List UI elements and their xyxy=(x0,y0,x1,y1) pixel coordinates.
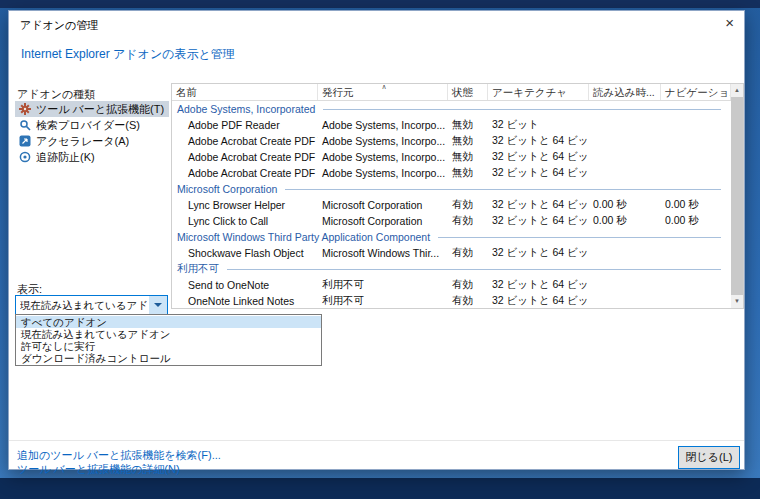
window-subtitle: Internet Explorer アドオンの表示と管理 xyxy=(21,46,235,63)
scroll-down-icon[interactable]: ▼ xyxy=(731,295,743,308)
load-time-cell: 0.00 秒 xyxy=(589,198,661,212)
group-name: Microsoft Corporation xyxy=(177,183,277,195)
dropdown-option[interactable]: 現在読み込まれているアドオン xyxy=(16,328,321,340)
group-header-row: 利用不可 xyxy=(172,261,731,277)
publisher-cell: Microsoft Corporation xyxy=(318,199,448,211)
sidebar-item[interactable]: 追跡防止(K) xyxy=(15,149,169,165)
publisher-cell: Microsoft Corporation xyxy=(318,215,448,227)
column-header[interactable]: ナビゲーショ... xyxy=(661,84,731,100)
architecture-cell: 32 ビット xyxy=(488,118,589,132)
publisher-cell: 利用不可 xyxy=(318,278,448,292)
addon-row[interactable]: Adobe Acrobat Create PDF Tool...Adobe Sy… xyxy=(172,133,731,149)
column-header[interactable]: 状態 xyxy=(448,84,488,100)
architecture-cell: 32 ビットと 64 ビット xyxy=(488,150,589,164)
architecture-cell: 32 ビットと 64 ビット xyxy=(488,134,589,148)
tracking-protection-icon xyxy=(19,151,31,163)
sidebar-item-label: アクセラレータ(A) xyxy=(36,134,129,149)
learn-more-link[interactable]: ツール バーと拡張機能の詳細(N) xyxy=(17,462,180,477)
column-header[interactable]: 読み込み時... xyxy=(589,84,661,100)
status-cell: 無効 xyxy=(448,118,488,132)
architecture-cell: 32 ビットと 64 ビット xyxy=(488,214,589,228)
desktop-top-strip xyxy=(0,0,760,8)
sort-ascending-icon: ∧ xyxy=(377,83,391,91)
publisher-cell: Adobe Systems, Incorpo... xyxy=(318,119,448,131)
group-header-row: Adobe Systems, Incorporated xyxy=(172,101,731,117)
addon-name-cell: Lync Browser Helper xyxy=(172,199,318,211)
addon-row[interactable]: OneNote Linked Notes利用不可有効32 ビットと 64 ビット xyxy=(172,293,731,309)
group-header-row: Microsoft Corporation xyxy=(172,181,731,197)
addon-row[interactable]: Adobe Acrobat Create PDF Hel...Adobe Sys… xyxy=(172,149,731,165)
chevron-down-icon[interactable] xyxy=(149,296,167,314)
addon-name-cell: OneNote Linked Notes xyxy=(172,295,318,307)
architecture-cell: 32 ビットと 64 ビット xyxy=(488,278,589,292)
accelerator-icon xyxy=(19,135,31,147)
addon-types-heading: アドオンの種類 xyxy=(17,87,95,102)
search-icon xyxy=(19,119,31,131)
publisher-cell: Microsoft Windows Thir... xyxy=(318,247,448,259)
show-filter-dropdown[interactable]: 現在読み込まれているアドオン xyxy=(15,295,168,315)
column-header[interactable]: アーキテクチャ xyxy=(488,84,589,100)
addon-name-cell: Adobe Acrobat Create PDF Tool... xyxy=(172,135,318,147)
manage-addons-window: アドオンの管理 × Internet Explorer アドオンの表示と管理 ア… xyxy=(8,10,745,470)
group-divider xyxy=(323,109,721,110)
addon-name-cell: Send to OneNote xyxy=(172,279,318,291)
architecture-cell: 32 ビットと 64 ビット xyxy=(488,198,589,212)
dropdown-option[interactable]: すべてのアドオン xyxy=(16,316,321,328)
addons-table: 名前発行元状態アーキテクチャ読み込み時...ナビゲーショ... ∧ Adobe … xyxy=(171,83,744,309)
group-divider xyxy=(285,189,721,190)
addon-row[interactable]: Lync Browser HelperMicrosoft Corporation… xyxy=(172,197,731,213)
status-cell: 有効 xyxy=(448,214,488,228)
sidebar-item[interactable]: ツール バーと拡張機能(T) xyxy=(15,101,169,117)
group-header-row: Microsoft Windows Third Party Applicatio… xyxy=(172,229,731,245)
publisher-cell: 利用不可 xyxy=(318,294,448,308)
sidebar-item-label: ツール バーと拡張機能(T) xyxy=(36,102,164,117)
desktop-bottom-strip xyxy=(0,478,760,499)
show-filter-value: 現在読み込まれているアドオン xyxy=(20,299,147,313)
architecture-cell: 32 ビットと 64 ビット xyxy=(488,166,589,180)
publisher-cell: Adobe Systems, Incorpo... xyxy=(318,135,448,147)
architecture-cell: 32 ビットと 64 ビット xyxy=(488,294,589,308)
group-name: 利用不可 xyxy=(177,262,219,276)
vertical-scrollbar[interactable]: ▲ ▼ xyxy=(731,84,743,308)
publisher-cell: Adobe Systems, Incorpo... xyxy=(318,167,448,179)
title-bar[interactable]: アドオンの管理 × xyxy=(9,11,744,37)
window-close-icon[interactable]: × xyxy=(725,15,734,31)
dropdown-option[interactable]: 許可なしに実行 xyxy=(16,340,321,352)
scroll-up-icon[interactable]: ▲ xyxy=(731,84,743,97)
sidebar-item-label: 検索プロバイダー(S) xyxy=(36,118,140,133)
table-header: 名前発行元状態アーキテクチャ読み込み時...ナビゲーショ... xyxy=(172,84,731,101)
status-cell: 有効 xyxy=(448,198,488,212)
addon-name-cell: Adobe Acrobat Create PDF Hel... xyxy=(172,151,318,163)
column-header[interactable]: 名前 xyxy=(172,84,318,100)
group-divider xyxy=(438,237,721,238)
load-time-cell: 0.00 秒 xyxy=(589,214,661,228)
addon-name-cell: Lync Click to Call xyxy=(172,215,318,227)
find-more-addons-link[interactable]: 追加のツール バーと拡張機能を検索(F)... xyxy=(17,448,221,463)
scrollbar-thumb[interactable] xyxy=(731,97,743,295)
addon-row[interactable]: Lync Click to CallMicrosoft Corporation有… xyxy=(172,213,731,229)
sidebar-item-label: 追跡防止(K) xyxy=(36,150,95,165)
group-name: Adobe Systems, Incorporated xyxy=(177,103,315,115)
footer-divider xyxy=(9,440,744,441)
sidebar-item[interactable]: アクセラレータ(A) xyxy=(15,133,169,149)
table-body: Adobe Systems, IncorporatedAdobe PDF Rea… xyxy=(172,101,731,309)
addon-row[interactable]: Shockwave Flash ObjectMicrosoft Windows … xyxy=(172,245,731,261)
addon-name-cell: Shockwave Flash Object xyxy=(172,247,318,259)
group-name: Microsoft Windows Third Party Applicatio… xyxy=(177,231,430,243)
sidebar-item[interactable]: 検索プロバイダー(S) xyxy=(15,117,169,133)
addon-row[interactable]: Adobe PDF ReaderAdobe Systems, Incorpo..… xyxy=(172,117,731,133)
status-cell: 無効 xyxy=(448,166,488,180)
show-filter-options: すべてのアドオン現在読み込まれているアドオン許可なしに実行ダウンロード済みコント… xyxy=(15,314,322,366)
addon-row[interactable]: Send to OneNote利用不可有効32 ビットと 64 ビット xyxy=(172,277,731,293)
status-cell: 有効 xyxy=(448,246,488,260)
group-divider xyxy=(227,269,721,270)
close-button[interactable]: 閉じる(L) xyxy=(678,446,740,469)
addon-row[interactable]: Adobe Acrobat Create PDF fro...Adobe Sys… xyxy=(172,165,731,181)
addon-type-list: ツール バーと拡張機能(T)検索プロバイダー(S)アクセラレータ(A)追跡防止(… xyxy=(15,101,169,165)
addon-name-cell: Adobe PDF Reader xyxy=(172,119,318,131)
status-cell: 無効 xyxy=(448,134,488,148)
window-title: アドオンの管理 xyxy=(20,18,98,33)
addon-name-cell: Adobe Acrobat Create PDF fro... xyxy=(172,167,318,179)
architecture-cell: 32 ビットと 64 ビット xyxy=(488,246,589,260)
dropdown-option[interactable]: ダウンロード済みコントロール xyxy=(16,352,321,364)
